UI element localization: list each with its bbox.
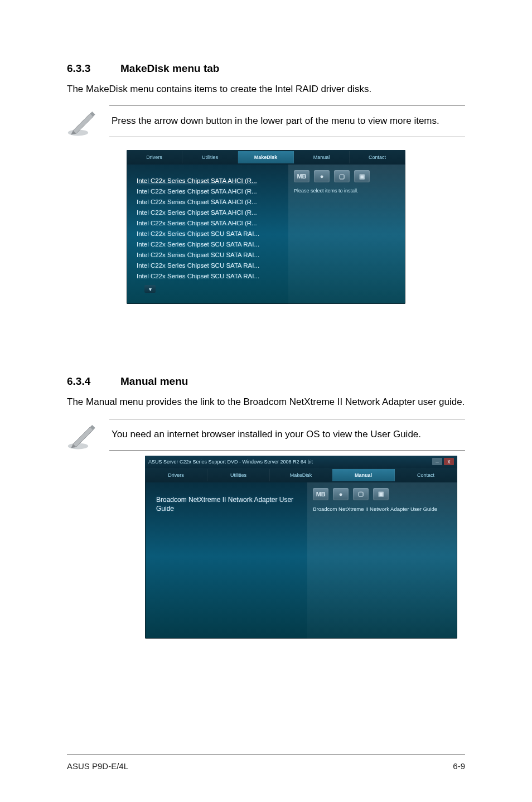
manual-side-desc: Broadcom NetXtreme II Network Adapter Us… (313, 506, 452, 512)
footer-model: ASUS P9D-E/4L (67, 761, 128, 771)
list-item[interactable]: Intel C22x Series Chipset SCU SATA RAI..… (137, 260, 282, 271)
badge-folder-icon[interactable]: ▢ (334, 170, 350, 182)
list-item[interactable]: Intel C22x Series Chipset SATA AHCI (R..… (137, 186, 282, 197)
section-number: 6.3.4 (67, 375, 120, 388)
note-text: You need an internet browser installed i… (109, 419, 465, 451)
section-title: MakeDisk menu tab (120, 62, 219, 74)
badge-row: MB ● ▢ ▣ (294, 170, 400, 182)
badge-disk-icon[interactable]: ▣ (354, 170, 370, 182)
tab-manual[interactable]: Manual (294, 151, 350, 163)
app-tabs: Drivers Utilities MakeDisk Manual Contac… (127, 150, 405, 165)
window-close-icon[interactable]: x (444, 458, 454, 465)
section-title: Manual menu (120, 375, 188, 387)
badge-mb-icon[interactable]: MB (294, 170, 309, 182)
window-titlebar: ASUS Server C22x Series Support DVD - Wi… (145, 456, 457, 468)
badge-disk-icon[interactable]: ▣ (373, 488, 389, 500)
list-item[interactable]: Intel C22x Series Chipset SCU SATA RAI..… (137, 239, 282, 250)
tab-manual[interactable]: Manual (332, 469, 395, 481)
list-item[interactable]: Intel C22x Series Chipset SATA AHCI (R..… (137, 197, 282, 207)
note-pencil-icon (67, 105, 99, 138)
section-heading-makedisk: 6.3.3MakeDisk menu tab (67, 62, 465, 75)
side-hint: Please select items to install. (294, 188, 400, 194)
tab-drivers[interactable]: Drivers (127, 151, 182, 163)
section-heading-manual: 6.3.4Manual menu (67, 375, 465, 388)
section-intro: The Manual menu provides the link to the… (67, 395, 465, 408)
list-item[interactable]: Intel C22x Series Chipset SATA AHCI (R..… (137, 176, 282, 186)
scroll-down-button[interactable]: ▾ (144, 285, 156, 293)
section-intro: The MakeDisk menu contains items to crea… (67, 83, 465, 95)
tab-contact[interactable]: Contact (350, 151, 405, 163)
note-block: Press the arrow down button in the lower… (67, 105, 465, 138)
tab-makedisk[interactable]: MakeDisk (238, 151, 294, 163)
badge-globe-icon[interactable]: ● (333, 488, 349, 500)
list-item[interactable]: Intel C22x Series Chipset SATA AHCI (R..… (137, 218, 282, 229)
list-item[interactable]: Intel C22x Series Chipset SCU SATA RAI..… (137, 271, 282, 282)
note-text: Press the arrow down button in the lower… (109, 105, 465, 137)
window-min-icon[interactable]: – (432, 458, 442, 465)
makedisk-screenshot: Drivers Utilities MakeDisk Manual Contac… (127, 150, 405, 304)
tab-drivers[interactable]: Drivers (145, 469, 207, 481)
page-footer: ASUS P9D-E/4L 6-9 (67, 754, 465, 771)
tab-utilities[interactable]: Utilities (207, 469, 270, 481)
manual-screenshot: ASUS Server C22x Series Support DVD - Wi… (145, 456, 457, 639)
badge-globe-icon[interactable]: ● (314, 170, 330, 182)
footer-page-number: 6-9 (453, 761, 465, 771)
list-item[interactable]: Intel C22x Series Chipset SCU SATA RAI..… (137, 229, 282, 239)
section-number: 6.3.3 (67, 62, 120, 75)
app-tabs: Drivers Utilities MakeDisk Manual Contac… (145, 468, 457, 482)
badge-folder-icon[interactable]: ▢ (353, 488, 369, 500)
list-item[interactable]: Intel C22x Series Chipset SCU SATA RAI..… (137, 250, 282, 260)
badge-row: MB ● ▢ ▣ (313, 488, 452, 500)
badge-mb-icon[interactable]: MB (313, 488, 328, 500)
manual-list-item[interactable]: Broadcom NetXtreme II Network Adapter Us… (156, 496, 299, 513)
list-item[interactable]: Intel C22x Series Chipset SATA AHCI (R..… (137, 207, 282, 218)
makedisk-list: Intel C22x Series Chipset SATA AHCI (R..… (127, 165, 288, 304)
tab-contact[interactable]: Contact (395, 469, 457, 481)
window-title: ASUS Server C22x Series Support DVD - Wi… (148, 459, 313, 465)
tab-utilities[interactable]: Utilities (182, 151, 238, 163)
note-block: You need an internet browser installed i… (67, 419, 465, 451)
note-pencil-icon (67, 419, 99, 451)
tab-makedisk[interactable]: MakeDisk (270, 469, 332, 481)
